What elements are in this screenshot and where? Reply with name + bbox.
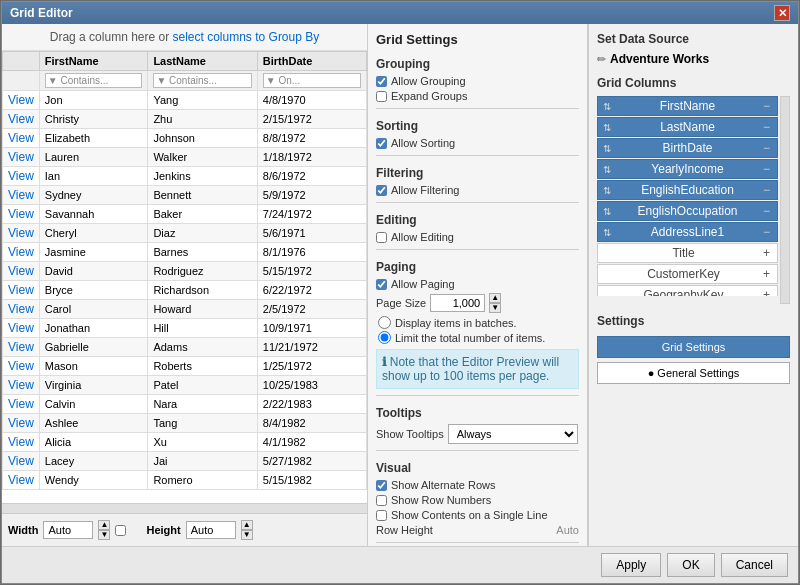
height-down-btn[interactable]: ▼ xyxy=(241,530,253,540)
allow-grouping-label: Allow Grouping xyxy=(391,75,466,87)
horizontal-scrollbar[interactable] xyxy=(2,503,367,513)
view-link-cell[interactable]: View xyxy=(3,281,40,300)
width-up-btn[interactable]: ▲ xyxy=(98,520,110,530)
view-link[interactable]: View xyxy=(8,340,34,354)
remove-column-button[interactable]: − xyxy=(761,204,772,218)
view-link-cell[interactable]: View xyxy=(3,205,40,224)
view-link[interactable]: View xyxy=(8,131,34,145)
view-link-cell[interactable]: View xyxy=(3,243,40,262)
col-header-firstname[interactable]: FirstName xyxy=(39,52,148,71)
general-settings-button[interactable]: ● General Settings xyxy=(597,362,790,384)
view-link[interactable]: View xyxy=(8,226,34,240)
display-items-radio[interactable] xyxy=(378,316,391,329)
view-link-cell[interactable]: View xyxy=(3,91,40,110)
view-link[interactable]: View xyxy=(8,435,34,449)
view-link[interactable]: View xyxy=(8,473,34,487)
page-size-input[interactable] xyxy=(430,294,485,312)
cancel-button[interactable]: Cancel xyxy=(721,553,788,577)
filter-firstname-input[interactable] xyxy=(45,73,143,88)
view-link[interactable]: View xyxy=(8,245,34,259)
view-link-cell[interactable]: View xyxy=(3,262,40,281)
expand-groups-checkbox[interactable] xyxy=(376,91,387,102)
view-link[interactable]: View xyxy=(8,416,34,430)
allow-filtering-checkbox[interactable] xyxy=(376,185,387,196)
filter-lastname[interactable] xyxy=(148,71,257,91)
firstname-cell: Christy xyxy=(39,110,148,129)
view-link[interactable]: View xyxy=(8,264,34,278)
view-link[interactable]: View xyxy=(8,302,34,316)
allow-editing-checkbox[interactable] xyxy=(376,232,387,243)
view-link-cell[interactable]: View xyxy=(3,224,40,243)
filter-birthdate-input[interactable] xyxy=(263,73,361,88)
remove-column-button[interactable]: − xyxy=(761,120,772,134)
tooltips-select[interactable]: Always Never On Overflow xyxy=(448,424,578,444)
drag-drop-bar: Drag a column here or select columns to … xyxy=(2,24,367,51)
view-link-cell[interactable]: View xyxy=(3,452,40,471)
apply-button[interactable]: Apply xyxy=(601,553,661,577)
select-columns-link[interactable]: select columns to Group By xyxy=(173,30,320,44)
col-header-birthdate[interactable]: BirthDate xyxy=(257,52,366,71)
view-link-cell[interactable]: View xyxy=(3,357,40,376)
page-size-down-btn[interactable]: ▼ xyxy=(489,303,501,313)
add-column-button[interactable]: + xyxy=(761,246,772,260)
filter-birthdate[interactable] xyxy=(257,71,366,91)
view-link-cell[interactable]: View xyxy=(3,471,40,490)
view-link-cell[interactable]: View xyxy=(3,186,40,205)
view-link-cell[interactable]: View xyxy=(3,414,40,433)
remove-column-button[interactable]: − xyxy=(761,99,772,113)
view-link-cell[interactable]: View xyxy=(3,376,40,395)
view-link[interactable]: View xyxy=(8,150,34,164)
grid-settings-button[interactable]: Grid Settings xyxy=(597,336,790,358)
view-link-cell[interactable]: View xyxy=(3,167,40,186)
view-link-cell[interactable]: View xyxy=(3,110,40,129)
allow-paging-checkbox[interactable] xyxy=(376,279,387,290)
view-link[interactable]: View xyxy=(8,283,34,297)
height-up-btn[interactable]: ▲ xyxy=(241,520,253,530)
page-size-up-btn[interactable]: ▲ xyxy=(489,293,501,303)
view-link-cell[interactable]: View xyxy=(3,433,40,452)
close-button[interactable]: ✕ xyxy=(774,5,790,21)
view-link-cell[interactable]: View xyxy=(3,129,40,148)
row-numbers-checkbox[interactable] xyxy=(376,495,387,506)
width-input[interactable] xyxy=(43,521,93,539)
view-link[interactable]: View xyxy=(8,188,34,202)
add-column-button[interactable]: + xyxy=(761,288,772,296)
view-link-cell[interactable]: View xyxy=(3,395,40,414)
ok-button[interactable]: OK xyxy=(667,553,714,577)
columns-scrollbar[interactable] xyxy=(780,96,790,304)
view-link[interactable]: View xyxy=(8,169,34,183)
view-link[interactable]: View xyxy=(8,454,34,468)
remove-column-button[interactable]: − xyxy=(761,183,772,197)
height-input[interactable] xyxy=(186,521,236,539)
view-link-cell[interactable]: View xyxy=(3,338,40,357)
width-down-btn[interactable]: ▼ xyxy=(98,530,110,540)
view-link[interactable]: View xyxy=(8,93,34,107)
firstname-cell: Carol xyxy=(39,300,148,319)
single-line-checkbox[interactable] xyxy=(376,510,387,521)
add-column-button[interactable]: + xyxy=(761,267,772,281)
remove-column-button[interactable]: − xyxy=(761,162,772,176)
view-link[interactable]: View xyxy=(8,207,34,221)
remove-column-button[interactable]: − xyxy=(761,225,772,239)
width-checkbox[interactable] xyxy=(115,525,126,536)
firstname-cell: Elizabeth xyxy=(39,129,148,148)
col-header-lastname[interactable]: LastName xyxy=(148,52,257,71)
table-row: View Gabrielle Adams 11/21/1972 xyxy=(3,338,367,357)
allow-grouping-checkbox[interactable] xyxy=(376,76,387,87)
allow-sorting-checkbox[interactable] xyxy=(376,138,387,149)
filter-firstname[interactable] xyxy=(39,71,148,91)
row-numbers-row: Show Row Numbers xyxy=(376,494,579,506)
alternate-rows-checkbox[interactable] xyxy=(376,480,387,491)
view-link-cell[interactable]: View xyxy=(3,148,40,167)
view-link[interactable]: View xyxy=(8,378,34,392)
view-link[interactable]: View xyxy=(8,359,34,373)
view-link-cell[interactable]: View xyxy=(3,300,40,319)
view-link[interactable]: View xyxy=(8,112,34,126)
view-link-cell[interactable]: View xyxy=(3,319,40,338)
grid-container[interactable]: FirstName LastName BirthDate View Jon xyxy=(2,51,367,503)
filter-lastname-input[interactable] xyxy=(153,73,251,88)
remove-column-button[interactable]: − xyxy=(761,141,772,155)
view-link[interactable]: View xyxy=(8,397,34,411)
limit-items-radio[interactable] xyxy=(378,331,391,344)
view-link[interactable]: View xyxy=(8,321,34,335)
